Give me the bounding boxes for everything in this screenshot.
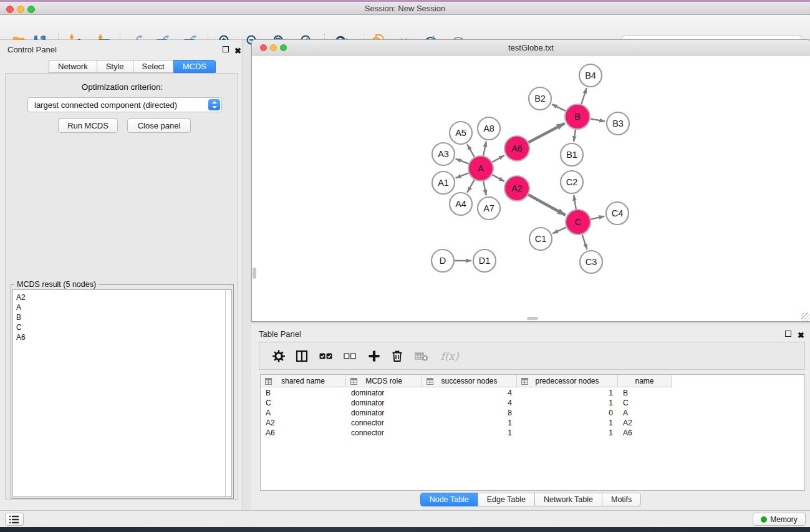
tab-network[interactable]: Network [49,60,97,73]
tab-edge-table[interactable]: Edge Table [478,493,534,506]
graph-edge-B-B2[interactable] [552,104,566,111]
column-label: successor nodes [441,377,497,385]
table-row[interactable]: A6connector11A6 [261,428,804,438]
float-panel-icon[interactable] [223,45,231,53]
tab-mcds[interactable]: MCDS [173,60,216,73]
graph-node-B3[interactable]: B3 [607,112,629,135]
tab-motifs[interactable]: Motifs [602,493,641,506]
graph-node-A8[interactable]: A8 [478,117,500,140]
tab-node-table[interactable]: Node Table [420,493,478,506]
column-header-successor-nodes[interactable]: successor nodes [422,375,517,387]
graph-node-C3[interactable]: C3 [580,251,602,273]
graph-edge-A-A2[interactable] [492,175,504,181]
graph-edge-A-A3[interactable] [456,159,469,164]
graph-edge-A-A1[interactable] [456,173,469,178]
add-button[interactable] [365,348,383,364]
select-all-button[interactable] [317,348,335,364]
graph-node-B2[interactable]: B2 [529,87,551,110]
graph-node-C[interactable]: C [566,210,591,235]
float-table-panel-icon[interactable] [785,329,793,337]
svg-text:A8: A8 [483,123,494,133]
table-panel-title: Table Panel [259,329,301,339]
tab-select[interactable]: Select [133,60,173,73]
column-header-name[interactable]: name [618,375,672,387]
graph-node-A[interactable]: A [468,156,493,181]
graph-edge-A-A5[interactable] [467,144,475,157]
graph-edge-C-C3[interactable] [582,234,587,249]
mcds-list-scrollbar[interactable] [225,289,232,497]
delete-column-button[interactable] [413,348,430,364]
graph-node-C1[interactable]: C1 [529,228,552,250]
graph-edge-B-B4[interactable] [581,88,586,104]
table-row[interactable]: Adominator80A [261,408,804,418]
delete-button[interactable] [388,348,406,364]
mcds-result-groupbox: MCDS result (5 nodes) A2ABCA6 [11,284,234,499]
svg-text:D1: D1 [479,256,491,266]
gear-button[interactable] [270,348,287,364]
graph-node-C2[interactable]: C2 [561,171,583,193]
split-columns-icon [294,349,309,364]
graph-node-B4[interactable]: B4 [579,64,602,87]
run-mcds-button[interactable]: Run MCDS [58,118,118,133]
select-all-icon [319,349,334,364]
graph-edge-A-A8[interactable] [483,142,486,156]
graph-node-A3[interactable]: A3 [432,143,455,165]
graph-node-A6[interactable]: A6 [504,136,529,161]
graph-edge-C-C2[interactable] [574,195,576,210]
graph-node-D[interactable]: D [432,249,454,272]
graph-node-A7[interactable]: A7 [478,197,500,220]
canvas-horizontal-scrollbar[interactable] [527,317,538,320]
graph-edge-A2-C[interactable] [528,195,566,215]
svg-text:C: C [575,217,581,227]
mcds-result-list[interactable]: A2ABCA6 [12,289,225,497]
canvas-vertical-scrollbar[interactable] [253,268,256,279]
tab-style[interactable]: Style [97,60,133,73]
table-row[interactable]: Bdominator41B [261,388,804,398]
criterion-select[interactable]: largest connected component (directed) [27,97,222,112]
mcds-result-item[interactable]: A6 [13,332,225,342]
column-header-MCDS-role[interactable]: MCDS role [346,375,422,387]
resize-grip[interactable] [801,312,809,321]
table-cell: 1 [517,428,618,438]
tab-network-table[interactable]: Network Table [534,493,602,506]
graph-edge-A-A4[interactable] [467,180,475,193]
close-panel-button[interactable]: Close panel [127,118,191,133]
graph-edge-B-B1[interactable] [574,129,576,142]
mcds-panel: Optimization criterion: largest connecte… [5,73,238,500]
graph-edge-B-B3[interactable] [590,118,605,121]
graph-edge-A6-B[interactable] [528,123,564,143]
memory-button[interactable]: Memory [753,513,806,526]
graph-edge-C-C4[interactable] [591,216,604,220]
graph-node-A4[interactable]: A4 [450,193,472,215]
graph-node-A2[interactable]: A2 [504,176,529,201]
table-row[interactable]: Cdominator41C [261,398,804,408]
table-row[interactable]: A2connector11A2 [261,418,804,428]
graph-edge-C-C1[interactable] [552,227,566,233]
graph-edge-A-A6[interactable] [492,155,504,162]
titlebar[interactable]: Session: New Session [0,2,810,15]
graph-node-A1[interactable]: A1 [432,172,455,194]
graph-node-C4[interactable]: C4 [606,202,629,225]
column-header-predecessor-nodes[interactable]: predecessor nodes [517,375,618,387]
column-header-shared-name[interactable]: shared name [261,375,346,387]
close-panel-icon[interactable]: ✖ [234,45,243,53]
function-builder-button[interactable]: f(x) [436,348,463,364]
network-window-titlebar[interactable]: testGlobe.txt [252,40,810,56]
column-label: shared name [281,377,325,385]
close-table-panel-icon[interactable]: ✖ [798,329,806,337]
control-panel: Control Panel ✖ NetworkStyleSelectMCDS O… [0,40,243,510]
mcds-result-item[interactable]: A2 [13,293,225,302]
table-cell: 1 [422,428,517,438]
mcds-result-item[interactable]: B [13,312,225,322]
graph-edge-A-A7[interactable] [483,181,486,195]
graph-node-B[interactable]: B [565,104,590,129]
graph-node-A5[interactable]: A5 [450,122,472,144]
split-columns-button[interactable] [293,348,311,364]
mcds-result-item[interactable]: A [13,302,225,312]
mcds-result-item[interactable]: C [13,322,225,332]
network-canvas[interactable]: B4B2BB3A8A5A6A3B1AA1C2A2A4A7C4CC1C3DD1 [252,56,810,321]
deselect-all-button[interactable] [341,348,359,364]
graph-node-B1[interactable]: B1 [561,143,583,166]
task-history-button[interactable] [5,513,24,526]
graph-node-D1[interactable]: D1 [473,249,496,272]
